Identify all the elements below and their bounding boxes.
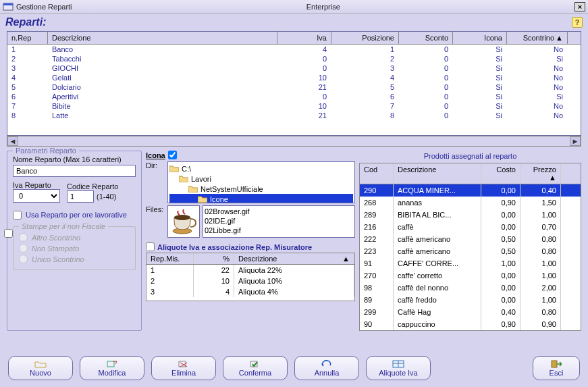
ore-checkbox[interactable] [13, 211, 22, 220]
dir-tree[interactable]: C:\LavoriNetSystemUfficialeIcone [167, 161, 355, 203]
icona-checkbox[interactable] [168, 151, 177, 159]
table-row[interactable]: 4Gelati1040SiNo [7, 73, 581, 82]
prod-col-costo[interactable]: Costo [481, 163, 520, 184]
table-row[interactable]: 222caffè americano0,500,80 [360, 233, 581, 245]
list-item[interactable]: 963.ico [205, 236, 353, 238]
annulla-button[interactable]: Annulla [294, 356, 359, 380]
radio-altro [19, 233, 28, 242]
conferma-label: Conferma [239, 369, 271, 377]
table-row[interactable]: 90cappuccino0,900,90 [360, 318, 581, 330]
table-row[interactable]: 223caffè americano0,500,80 [360, 245, 581, 257]
list-item[interactable]: 02Browser.gif [205, 207, 353, 217]
prod-col-prezzo[interactable]: Prezzo ▲ [520, 163, 561, 184]
table-row[interactable]: 216caffè0,000,70 [360, 221, 581, 233]
table-row[interactable]: 8Latte2180SiNo [7, 111, 581, 120]
esci-button[interactable]: Esci [533, 356, 580, 380]
tree-node[interactable]: NetSystemUfficiale [169, 184, 353, 194]
codice-reparto-input[interactable] [67, 190, 94, 203]
cell-icona: Si [453, 101, 507, 111]
cell-pdesc: caffe' corretto [394, 269, 481, 282]
aliquote-checkbox[interactable] [146, 242, 155, 251]
table-row[interactable]: 2Tabacchi020SiSi [7, 54, 581, 63]
cell-prezzo: 1,00 [520, 294, 561, 306]
col-icona[interactable]: Icona [453, 32, 507, 44]
cell-pos: 5 [331, 82, 399, 92]
close-button[interactable]: × [574, 2, 585, 11]
cell-pdesc: CAFFE' CORRE... [394, 257, 481, 269]
page-title: Reparti: [5, 16, 46, 28]
table-row[interactable]: 98caffè del nonno0,002,00 [360, 282, 581, 294]
cell-icona: Si [453, 82, 507, 92]
table-row[interactable]: 1Banco410SiNo [7, 45, 581, 54]
cell-icona: Si [453, 54, 507, 63]
file-list[interactable]: 02Browser.gif02IDE.gif02Libbe.gif963.ico [203, 205, 355, 238]
nome-reparto-input[interactable] [13, 165, 136, 177]
cell-prezzo: 1,00 [520, 257, 561, 269]
col-sconto[interactable]: Sconto [399, 32, 453, 44]
stampe-enable-checkbox[interactable] [4, 229, 13, 238]
prodotti-grid[interactable]: Cod Descrizione Costo Prezzo ▲ 290ACQUA … [359, 163, 581, 331]
modifica-button[interactable]: Modifica [80, 356, 144, 380]
prodotti-body[interactable]: 290ACQUA MINER...0,000,40268ananas0,901,… [360, 184, 581, 330]
col-iva[interactable]: Iva [277, 32, 331, 44]
radio-unico [19, 255, 28, 263]
table-row[interactable]: 6Aperitivi060SiSi [7, 92, 581, 101]
table-row[interactable]: 91CAFFE' CORRE...1,001,00 [360, 257, 581, 269]
help-icon[interactable]: ? [572, 17, 583, 28]
cell-cod: 290 [360, 184, 394, 197]
svg-rect-1 [3, 3, 13, 5]
table-row[interactable]: 89caffè freddo0,001,00 [360, 294, 581, 306]
scroll-right-icon[interactable]: ► [570, 136, 581, 146]
cell-desc: GIOCHI [48, 63, 277, 73]
table-row[interactable]: 34Aliquota 4% [146, 286, 354, 297]
cell-cod: 299 [360, 306, 394, 318]
aliquote-button[interactable]: Aliquote Iva [366, 356, 431, 380]
elimina-button[interactable]: Elimina [151, 356, 216, 380]
table-row[interactable]: 5Dolciario2150SiNo [7, 82, 581, 92]
table-row[interactable]: 270caffe' corretto0,001,00 [360, 269, 581, 282]
grid-reparti[interactable]: n.Rep Descrizione Iva Posizione Sconto I… [7, 31, 581, 136]
cell-cod: 289 [360, 209, 394, 221]
cell-nrep: 7 [7, 101, 48, 111]
radio-unico-label: Unico Scontrino [32, 255, 84, 263]
nuovo-button[interactable]: Nuovo [8, 356, 73, 380]
aliquote-body[interactable]: 122Aliquota 22%210Aliquota 10%34Aliquota… [146, 265, 354, 301]
table-row[interactable]: 122Aliquota 22% [146, 265, 354, 276]
grid-hscroll[interactable]: ◄ ► [7, 136, 581, 147]
cell-adesc: Aliquota 22% [234, 265, 354, 276]
table-row[interactable]: 290ACQUA MINER...0,000,40 [360, 184, 581, 197]
table-row[interactable]: 268ananas0,901,50 [360, 197, 581, 209]
aliquote-grid[interactable]: Rep.Mis. % Descrizione ▲ 122Aliquota 22%… [146, 253, 355, 301]
tree-node[interactable]: Lavori [169, 174, 353, 184]
cell-costo: 0,90 [481, 318, 520, 330]
col-nrep[interactable]: n.Rep [7, 32, 48, 44]
cell-costo: 1,00 [481, 257, 520, 269]
conferma-button[interactable]: Conferma [223, 356, 288, 380]
table-row[interactable]: 299Caffè Hag0,400,80 [360, 306, 581, 318]
table-row[interactable]: 7Bibite1070SiNo [7, 101, 581, 111]
list-item[interactable]: 02IDE.gif [205, 217, 353, 226]
grid-header: n.Rep Descrizione Iva Posizione Sconto I… [7, 32, 581, 45]
aliq-col-desc[interactable]: Descrizione ▲ [234, 253, 354, 264]
tree-node[interactable]: Icone [169, 194, 353, 203]
col-desc[interactable]: Descrizione [48, 32, 277, 44]
scroll-left-icon[interactable]: ◄ [7, 136, 18, 146]
aliq-col-pct[interactable]: % [194, 253, 234, 264]
cell-prezzo: 1,00 [520, 209, 561, 221]
col-scontrino[interactable]: Scontrino▲ [507, 32, 568, 44]
tree-node[interactable]: C:\ [169, 163, 353, 174]
cell-pos: 6 [331, 92, 399, 101]
aliq-col-rep[interactable]: Rep.Mis. [146, 253, 194, 264]
cell-iva: 10 [277, 73, 331, 82]
cell-costo: 0,00 [481, 269, 520, 282]
prod-col-desc[interactable]: Descrizione [394, 163, 481, 184]
svg-rect-12 [552, 361, 557, 367]
table-row[interactable]: 289BIBITA AL BIC...0,001,00 [360, 209, 581, 221]
list-item[interactable]: 02Libbe.gif [205, 226, 353, 236]
col-pos[interactable]: Posizione [331, 32, 399, 44]
prod-col-cod[interactable]: Cod [360, 163, 394, 184]
table-row[interactable]: 3GIOCHI030SiNo [7, 63, 581, 73]
grid-body[interactable]: 1Banco410SiNo2Tabacchi020SiSi3GIOCHI030S… [7, 45, 581, 135]
table-row[interactable]: 210Aliquota 10% [146, 276, 354, 286]
iva-reparto-select[interactable]: 0 [13, 189, 60, 203]
